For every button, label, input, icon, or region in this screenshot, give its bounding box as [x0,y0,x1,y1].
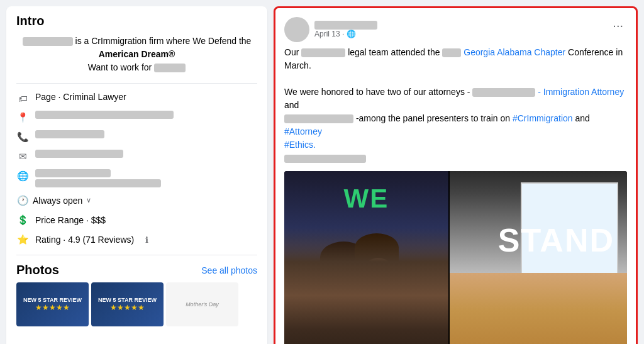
clock-icon: 🕐 [16,194,29,207]
photos-header: Photos See all photos [16,263,257,277]
phone-blurred-text [35,130,104,138]
post-body-8: -among the panel presenters to train on [356,113,510,123]
post-meta: April 13 · 🌐 [314,21,377,38]
post-image: WE STAND AILA AMERICANIMMIGRATIONLAWYERS… [284,171,627,344]
org-blurred [442,48,461,57]
photo-thumb-2[interactable]: NEW 5 STAR REVIEW ★★★★★ [91,282,164,326]
photo-2-label: NEW 5 STAR REVIEW [98,297,157,303]
avatar [284,17,309,42]
price-row: 💲 Price Range · $$$ [16,213,257,226]
phone-icon: 📞 [16,131,29,143]
left-panel: Intro is a CrImmigration firm where We D… [6,6,267,344]
email-row: ✉ [16,150,257,163]
hours-row[interactable]: 🕐 Always open ∨ [16,194,257,207]
post-image-right: STAND AILA AMERICANIMMIGRATIONLAWYERSASS… [450,171,627,344]
post-body-2: legal team attended the [348,47,440,57]
price-label: Price Range · $$$ [35,215,106,225]
attorney1-blurred [472,88,535,97]
hashtag-attorney[interactable]: #Attorney [284,126,322,136]
website-blurred [35,169,257,187]
hashtag-extra [284,153,366,163]
address-blurred-text [35,111,174,119]
globe-icon: 🌐 [16,170,29,182]
photo-1-stars: ★★★★★ [35,303,70,312]
see-all-photos-link[interactable]: See all photos [201,265,257,275]
attorney2-blurred [284,114,353,123]
phone-blurred [35,130,257,138]
photos-title: Photos [16,263,59,277]
page-icon: 🏷 [16,92,29,104]
rating-info-icon[interactable]: ℹ [140,233,153,246]
intro-title: Intro [16,14,257,28]
company-blurred [301,48,345,57]
conference-room [450,273,627,344]
post-body-7: and [284,100,299,110]
post-body: Our legal team attended the Georgia Alab… [284,46,627,165]
post-date: April 13 · 🌐 [314,30,377,38]
address-row: 📍 [16,111,257,124]
post-user-info: April 13 · 🌐 [284,17,377,42]
email-blurred-text [35,150,123,158]
website-fb-blurred [35,179,161,187]
hashtag-crimmigration[interactable]: #CrImmigration [513,113,573,123]
hashtag-ethics[interactable]: #Ethics. [284,140,316,150]
work-for-blurred [154,64,186,72]
star-icon: ⭐ [16,233,29,246]
stand-text: STAND [498,221,614,259]
always-open-label: Always open [33,196,82,206]
intro-want: Want to work for [88,62,152,72]
username-blurred [314,21,377,30]
post-header: April 13 · 🌐 ··· [284,17,627,42]
photo-thumb-1[interactable]: NEW 5 STAR REVIEW ★★★★★ [16,282,89,326]
email-blurred [35,150,257,158]
intro-desc2: American Dream® [99,49,175,59]
phone-row: 📞 [16,130,257,143]
hashtags-blurred [284,155,366,163]
we-text: WE [343,184,389,214]
post-body-9: and [575,113,590,123]
photos-row: NEW 5 STAR REVIEW ★★★★★ NEW 5 STAR REVIE… [16,282,257,326]
people-silhouette [284,228,448,344]
website-row: 🌐 [16,169,257,187]
location-icon: 📍 [16,111,29,124]
email-icon: ✉ [16,150,29,163]
post-body-1: Our [284,47,299,57]
right-panel: April 13 · 🌐 ··· Our legal team attended… [274,6,638,344]
photo-1-label: NEW 5 STAR REVIEW [23,297,82,303]
georgia-link[interactable]: Georgia Alabama Chapter [464,47,565,57]
more-options-icon[interactable]: ··· [609,17,627,34]
rating-label: Rating · 4.9 (71 Reviews) [35,235,134,245]
rating-row: ⭐ Rating · 4.9 (71 Reviews) ℹ [16,233,257,246]
address-blurred [35,111,257,119]
page-type-text: Page · Criminal Lawyer [35,91,257,104]
page-type-row: 🏷 Page · Criminal Lawyer [16,91,257,104]
chevron-down-icon[interactable]: ∨ [86,196,91,204]
divider-1 [16,83,257,84]
intro-description: is a CrImmigration firm where We Defend … [16,35,257,74]
post-image-left: WE [284,171,448,344]
divider-2 [16,255,257,255]
firm-name-blurred [23,37,73,46]
photo-2-stars: ★★★★★ [110,303,145,312]
photo-thumb-3[interactable]: Mother's Day [166,282,238,326]
intro-desc-mid: is a CrImmigration firm where We Defend … [75,36,252,46]
post-body-5: We were honored to have two of our attor… [284,87,470,97]
dollar-icon: 💲 [16,214,29,226]
website-url-blurred [35,169,111,177]
photo-3-label: Mother's Day [186,301,219,308]
immigration-attorney-link[interactable]: - Immigration Attorney [538,87,624,97]
